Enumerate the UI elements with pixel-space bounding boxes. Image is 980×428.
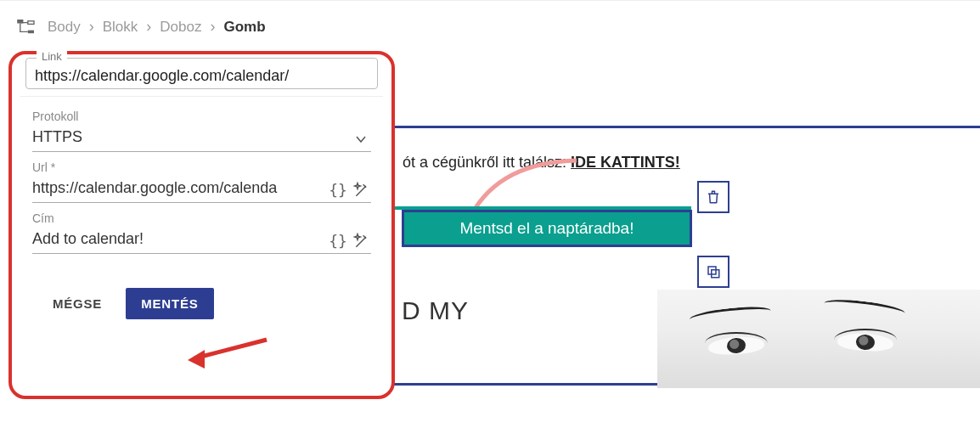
svg-rect-2 (28, 30, 34, 33)
hint-link[interactable]: IDE KATTINTS! (571, 154, 680, 171)
magic-icon[interactable] (352, 232, 371, 251)
title-label: Cím (32, 211, 371, 225)
chevron-right-icon: › (89, 18, 94, 36)
brackets-icon[interactable]: {} (329, 232, 347, 251)
chevron-right-icon: › (146, 18, 151, 36)
url-input[interactable] (32, 177, 324, 202)
url-field[interactable]: Url * {} (32, 155, 371, 203)
copy-icon (706, 264, 721, 279)
protocol-field[interactable]: Protokoll (32, 104, 371, 152)
link-value: https://calendar.google.com/calendar/ (35, 67, 369, 85)
save-button[interactable]: MENTÉS (126, 288, 213, 319)
hint-text: ót a cégünkről itt találsz: IDE KATTINTS… (403, 154, 680, 172)
crumb-gomb[interactable]: Gomb (223, 19, 265, 36)
title-field[interactable]: Cím {} (32, 206, 371, 254)
cta-label: Mentsd el a naptáradba! (460, 219, 634, 238)
protocol-label: Protokoll (32, 110, 371, 123)
heading-text: D MY (402, 296, 469, 325)
cancel-button[interactable]: MÉGSE (41, 288, 114, 319)
title-input[interactable] (32, 228, 324, 253)
crumb-body[interactable]: Body (48, 19, 81, 36)
annotation-arrow-red (186, 335, 271, 370)
breadcrumb: Body › Blokk › Doboz › Gomb (0, 0, 980, 49)
chevron-down-icon (356, 136, 366, 143)
link-field[interactable]: Link https://calendar.google.com/calenda… (25, 58, 378, 89)
delete-button[interactable] (697, 181, 729, 213)
duplicate-button[interactable] (697, 256, 729, 288)
crumb-doboz[interactable]: Doboz (160, 19, 201, 36)
trash-icon (706, 189, 721, 205)
hint-prefix: ót a cégünkről itt találsz: (403, 154, 571, 171)
face-image (657, 290, 980, 388)
brackets-icon[interactable]: {} (329, 181, 347, 200)
cta-button-save-to-calendar[interactable]: Mentsd el a naptáradba! (402, 210, 692, 247)
crumb-blokk[interactable]: Blokk (103, 19, 138, 36)
protocol-select[interactable] (32, 127, 349, 151)
url-label: Url * (32, 160, 371, 174)
chevron-right-icon: › (210, 18, 215, 36)
svg-rect-1 (28, 20, 34, 24)
link-label: Link (37, 50, 67, 63)
link-settings-panel: Link https://calendar.google.com/calenda… (8, 51, 395, 399)
tree-icon (17, 20, 36, 35)
magic-icon[interactable] (352, 181, 371, 200)
